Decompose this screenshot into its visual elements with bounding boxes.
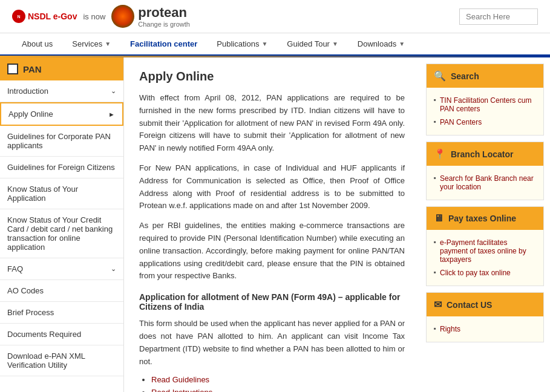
pay-taxes-widget: 🖥 Pay taxes Online e-Payment facilitates… <box>426 206 544 286</box>
sidebar-item-documents-required[interactable]: Documents Required <box>0 324 123 345</box>
read-guidelines-link[interactable]: Read Guidelines <box>151 375 209 384</box>
search-widget-body: TIN Facilitation Centers cum PAN centers… <box>427 88 543 135</box>
pay-taxes-icon: 🖥 <box>434 213 444 224</box>
main-nav: About us Services ▼ Facilitation center … <box>0 33 550 56</box>
branch-locator-icon: 📍 <box>434 148 446 160</box>
pay-taxes-header: 🖥 Pay taxes Online <box>427 207 543 230</box>
branch-locator-widget: 📍 Branch Locator Search for Bank Branch … <box>426 142 544 200</box>
pan-centers-link[interactable]: PAN Centers <box>440 118 482 126</box>
protean-text-area: protean Change is growth <box>138 5 190 28</box>
nsdl-logo: N NSDL e-Gov <box>12 10 77 23</box>
contact-title: Contact US <box>447 300 492 310</box>
sidebar-item-download-utility[interactable]: Download e-PAN XML Verification Utility <box>0 345 123 376</box>
search-widget-title: Search <box>451 71 479 81</box>
svg-text:N: N <box>17 15 20 19</box>
list-item-read-guidelines: Read Guidelines <box>151 375 405 384</box>
search-widget-icon: 🔍 <box>434 70 446 82</box>
sidebar-item-introduction[interactable]: Introduction ⌄ <box>0 80 123 102</box>
read-instructions-link[interactable]: Read Instructions <box>151 388 212 392</box>
faq-arrow: ⌄ <box>111 265 116 273</box>
left-sidebar: PAN Introduction ⌄ Apply Online ► Guidel… <box>0 57 124 392</box>
search-input[interactable] <box>459 8 538 25</box>
downloads-arrow: ▼ <box>399 41 405 47</box>
contact-item-rights: Rights <box>434 322 536 336</box>
protean-icon <box>111 5 134 28</box>
branch-locator-title: Branch Locator <box>451 149 513 159</box>
sidebar-item-label: AO Codes <box>7 286 44 295</box>
sidebar-header: PAN <box>0 57 123 80</box>
nav-item-publications[interactable]: Publications ▼ <box>207 33 277 54</box>
sidebar-item-label: Documents Required <box>7 330 81 339</box>
publications-arrow: ▼ <box>261 41 267 47</box>
sidebar-item-corporate-guidelines[interactable]: Guidelines for Corporate PAN applicants <box>0 126 123 157</box>
nav-item-facilitation[interactable]: Facilitation center <box>120 33 207 54</box>
guided-tour-arrow: ▼ <box>332 41 338 47</box>
branch-search-link[interactable]: Search for Bank Branch near your locatio… <box>440 174 534 191</box>
pay-taxes-item-1: e-Payment facilitates payment of taxes o… <box>434 236 536 266</box>
rights-link[interactable]: Rights <box>440 325 460 333</box>
sidebar-item-faq[interactable]: FAQ ⌄ <box>0 258 123 280</box>
sidebar-item-know-status[interactable]: Know Status of Your Application <box>0 178 123 209</box>
sidebar-item-foreign-guidelines[interactable]: Guidelines for Foreign Citizens <box>0 157 123 178</box>
contact-icon: ✉ <box>434 299 442 310</box>
tin-link[interactable]: TIN Facilitation Centers cum PAN centers <box>440 96 531 113</box>
click-pay-link[interactable]: Click to pay tax online <box>440 269 511 277</box>
main-container: PAN Introduction ⌄ Apply Online ► Guidel… <box>0 57 550 392</box>
branch-locator-body: Search for Bank Branch near your locatio… <box>427 166 543 200</box>
contact-header: ✉ Contact US <box>427 293 543 316</box>
epayment-link[interactable]: e-Payment facilitates payment of taxes o… <box>440 238 526 264</box>
sidebar-item-label: Know Status of Your Credit Card / debit … <box>7 215 116 252</box>
pan-icon <box>7 64 18 74</box>
search-widget-header: 🔍 Search <box>427 64 543 88</box>
sidebar-item-brief-process[interactable]: Brief Process <box>0 302 123 324</box>
sidebar-item-ao-codes[interactable]: AO Codes <box>0 280 123 302</box>
search-widget: 🔍 Search TIN Facilitation Centers cum PA… <box>426 64 544 136</box>
sidebar-item-label: FAQ <box>7 264 23 273</box>
right-sidebar: 🔍 Search TIN Facilitation Centers cum PA… <box>420 57 550 392</box>
sidebar-item-credit-card-status[interactable]: Know Status of Your Credit Card / debit … <box>0 209 123 258</box>
links-list: Read Guidelines Read Instructions Docume… <box>151 375 405 392</box>
main-content: Apply Online With effect from April 08, … <box>124 57 420 392</box>
section-intro: This form should be used when the applic… <box>139 318 405 368</box>
pay-taxes-title: Pay taxes Online <box>448 214 516 223</box>
protean-logo: protean Change is growth <box>111 5 190 28</box>
protean-tagline: Change is growth <box>138 21 190 28</box>
branch-locator-item: Search for Bank Branch near your locatio… <box>434 172 536 194</box>
protean-name: protean <box>138 5 190 21</box>
contact-widget: ✉ Contact US Rights <box>426 292 544 342</box>
sidebar-item-label: Apply Online <box>8 109 53 119</box>
nav-item-downloads[interactable]: Downloads ▼ <box>348 33 414 54</box>
page-title: Apply Online <box>139 70 405 83</box>
list-item-read-instructions: Read Instructions <box>151 388 405 392</box>
nav-item-about[interactable]: About us <box>12 33 62 54</box>
services-arrow: ▼ <box>105 41 111 47</box>
content-para-1: With effect from April 08, 2012, PAN app… <box>139 92 405 155</box>
sidebar-item-label: Know Status of Your Application <box>7 185 116 203</box>
contact-body: Rights <box>427 316 543 342</box>
intro-arrow: ⌄ <box>111 87 116 95</box>
content-para-2: For New PAN applications, in case of Ind… <box>139 162 405 212</box>
sidebar-item-label: Guidelines for Foreign Citizens <box>7 163 115 172</box>
sidebar-item-label: Brief Process <box>7 308 54 317</box>
sidebar-item-apply-online[interactable]: Apply Online ► <box>0 102 123 126</box>
sidebar-item-label: Introduction <box>7 87 48 96</box>
section-title: Application for allotment of New PAN (Fo… <box>139 292 405 312</box>
pay-taxes-item-2: Click to pay tax online <box>434 266 536 279</box>
sidebar-item-label: Guidelines for Corporate PAN applicants <box>7 132 116 150</box>
content-para-3: As per RBI guidelines, the entities maki… <box>139 220 405 283</box>
is-now-text: is now <box>83 12 105 21</box>
logo-area: N NSDL e-Gov is now protean Change is gr… <box>12 5 190 28</box>
sidebar-item-label: Download e-PAN XML Verification Utility <box>7 351 116 370</box>
nav-item-services[interactable]: Services ▼ <box>62 33 120 54</box>
apply-online-arrow: ► <box>108 111 115 118</box>
sidebar-title: PAN <box>23 64 42 74</box>
header: N NSDL e-Gov is now protean Change is gr… <box>0 0 550 33</box>
pay-taxes-body: e-Payment facilitates payment of taxes o… <box>427 230 543 286</box>
nav-item-guided-tour[interactable]: Guided Tour ▼ <box>277 33 348 54</box>
branch-locator-header: 📍 Branch Locator <box>427 142 543 166</box>
nsdl-label: NSDL e-Gov <box>28 11 77 21</box>
search-item-tin: TIN Facilitation Centers cum PAN centers <box>434 94 536 116</box>
search-item-pan: PAN Centers <box>434 116 536 129</box>
nsdl-icon: N <box>12 10 25 23</box>
